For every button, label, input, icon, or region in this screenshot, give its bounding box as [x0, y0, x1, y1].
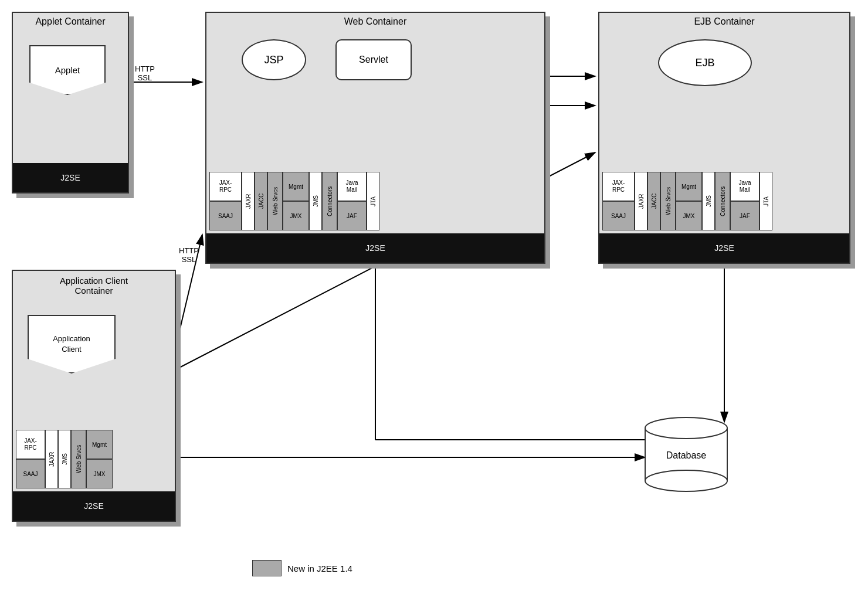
app-client-shape: ApplicationClient	[28, 315, 116, 373]
web-j2se-bar: J2SE	[206, 233, 544, 263]
legend: New in J2EE 1.4	[252, 560, 352, 576]
svg-text:Database: Database	[666, 450, 707, 460]
database: Database	[639, 410, 733, 507]
servlet-shape: Servlet	[335, 39, 412, 80]
web-container-title: Web Container	[206, 13, 544, 30]
ejb-j2se-label: J2SE	[714, 243, 734, 253]
svg-point-13	[645, 470, 727, 491]
web-container: Web Container JSP Servlet JAX-RPC SAAJ J…	[205, 12, 545, 264]
jsp-label: JSP	[264, 54, 283, 66]
appclient-tech-stack: JAX-RPC SAAJ JAXR JMS Web Srvcs Mgmt JMX	[16, 430, 172, 488]
app-client-label: ApplicationClient	[53, 334, 90, 355]
svg-point-12	[645, 417, 727, 439]
appclient-container-title: Application ClientContainer	[13, 271, 175, 300]
applet-container-title: Applet Container	[13, 13, 128, 30]
ejb-label: EJB	[695, 57, 714, 69]
servlet-label: Servlet	[359, 55, 388, 65]
applet-j2se-bar: J2SE	[13, 163, 128, 192]
appclient-container: Application ClientContainer ApplicationC…	[12, 270, 176, 522]
ejb-j2se-bar: J2SE	[599, 233, 849, 263]
legend-box	[252, 560, 282, 576]
http-ssl-label-2: HTTPSSL	[179, 246, 199, 264]
jsp-shape: JSP	[242, 39, 306, 80]
applet-j2se-label: J2SE	[60, 173, 80, 182]
ejb-tech-stack: JAX-RPC SAAJ JAXR JACC Web Srvcs Mgmt JM…	[602, 172, 846, 230]
applet-container: Applet Container Applet J2SE	[12, 12, 129, 193]
diagram: Applet Container Applet J2SE HTTPSSL HTT…	[0, 0, 868, 601]
appclient-j2se-label: J2SE	[84, 501, 103, 511]
ejb-container-title: EJB Container	[599, 13, 849, 30]
ejb-container: EJB Container EJB JAX-RPC SAAJ JAXR JACC…	[598, 12, 850, 264]
web-j2se-label: J2SE	[365, 243, 385, 253]
applet-label: Applet	[55, 65, 80, 75]
applet-shape: Applet	[29, 45, 106, 95]
appclient-j2se-bar: J2SE	[13, 491, 175, 521]
ejb-shape: EJB	[658, 39, 752, 86]
legend-label: New in J2EE 1.4	[287, 563, 352, 573]
http-ssl-label-1: HTTPSSL	[135, 64, 155, 82]
web-tech-stack: JAX-RPC SAAJ JAXR JACC Web Srvcs Mgmt JM…	[209, 172, 541, 230]
